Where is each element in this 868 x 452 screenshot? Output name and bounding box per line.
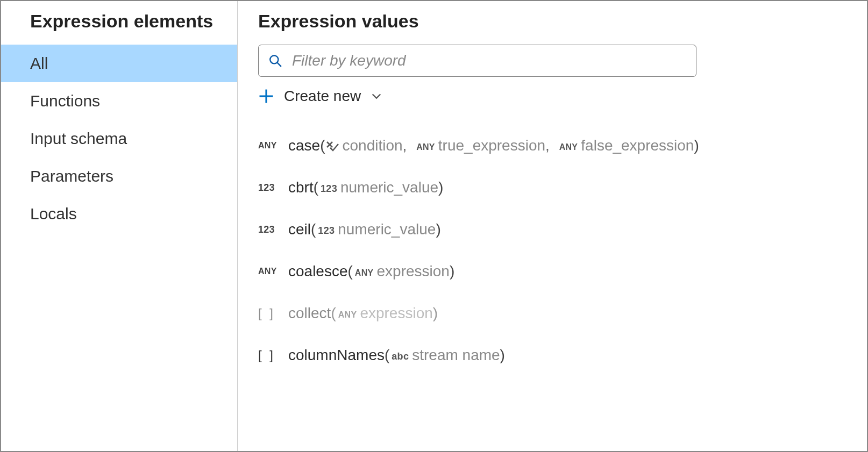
return-type-badge: ANY [258, 141, 288, 150]
function-signature: coalesce(ANYexpression) [288, 263, 454, 280]
sidebar: Expression elements AllFunctionsInput sc… [1, 1, 238, 451]
param-name: expression [377, 263, 450, 279]
param-name: false_expression [581, 137, 694, 154]
function-list: ANYcase(condition, ANYtrue_expression, A… [258, 137, 838, 364]
function-signature: case(condition, ANYtrue_expression, ANYf… [288, 137, 699, 154]
param-type-icon: ANY [416, 142, 435, 152]
sidebar-item-label: Input schema [30, 130, 127, 147]
sidebar-item-parameters[interactable]: Parameters [1, 157, 237, 195]
param-type-icon: ANY [338, 310, 357, 319]
param-name: condition [342, 137, 402, 154]
function-name: cbrt [288, 179, 314, 196]
function-name: case [288, 137, 320, 154]
main-title: Expression values [258, 11, 838, 32]
param-type-icon: 123 [321, 183, 337, 194]
sidebar-item-label: Locals [30, 205, 77, 223]
boolean-type-icon [326, 138, 339, 150]
param-type-icon: 123 [318, 225, 335, 236]
app-container: Expression elements AllFunctionsInput sc… [0, 0, 868, 452]
sidebar-title: Expression elements [1, 11, 237, 45]
param-type-icon: ANY [559, 142, 578, 152]
search-icon [268, 54, 282, 68]
sidebar-item-all[interactable]: All [1, 45, 237, 82]
sidebar-item-locals[interactable]: Locals [1, 195, 237, 233]
function-cbrt[interactable]: 123cbrt(123numeric_value) [258, 179, 838, 196]
function-name: collect [288, 305, 331, 321]
return-type-badge: ANY [258, 267, 288, 276]
sidebar-item-label: All [30, 54, 48, 72]
function-signature: ceil(123numeric_value) [288, 221, 441, 238]
svg-point-0 [270, 55, 278, 63]
return-type-badge: 123 [258, 224, 288, 235]
plus-icon [258, 88, 274, 104]
sidebar-item-input-schema[interactable]: Input schema [1, 120, 237, 157]
param-name: expression [360, 305, 432, 321]
param-name: true_expression [438, 137, 545, 154]
main-panel: Expression values Create new ANYcase(con… [238, 1, 867, 451]
function-signature: collect(ANYexpression) [288, 305, 438, 322]
function-case[interactable]: ANYcase(condition, ANYtrue_expression, A… [258, 137, 838, 154]
param-type-icon: ANY [355, 268, 374, 277]
param-name: stream name [412, 347, 500, 363]
return-type-badge: 123 [258, 182, 288, 193]
create-new-label: Create new [284, 88, 361, 105]
function-name: coalesce [288, 263, 348, 279]
function-name: columnNames [288, 347, 385, 363]
search-box[interactable] [258, 45, 696, 77]
return-type-badge: [ ] [258, 348, 288, 363]
function-collect: [ ]collect(ANYexpression) [258, 305, 838, 322]
function-signature: cbrt(123numeric_value) [288, 179, 443, 196]
svg-line-1 [277, 62, 281, 66]
chevron-down-icon [371, 90, 382, 102]
function-columnNames[interactable]: [ ]columnNames(abcstream name) [258, 347, 838, 364]
param-type-icon: abc [392, 351, 409, 362]
search-input[interactable] [292, 52, 686, 69]
param-name: numeric_value [340, 179, 438, 196]
sidebar-item-label: Parameters [30, 167, 113, 185]
function-ceil[interactable]: 123ceil(123numeric_value) [258, 221, 838, 238]
sidebar-item-label: Functions [30, 92, 100, 110]
return-type-badge: [ ] [258, 306, 288, 321]
function-coalesce[interactable]: ANYcoalesce(ANYexpression) [258, 263, 838, 280]
sidebar-item-functions[interactable]: Functions [1, 82, 237, 120]
function-name: ceil [288, 221, 311, 238]
create-new-button[interactable]: Create new [258, 88, 382, 105]
function-signature: columnNames(abcstream name) [288, 347, 505, 364]
param-name: numeric_value [338, 221, 436, 238]
